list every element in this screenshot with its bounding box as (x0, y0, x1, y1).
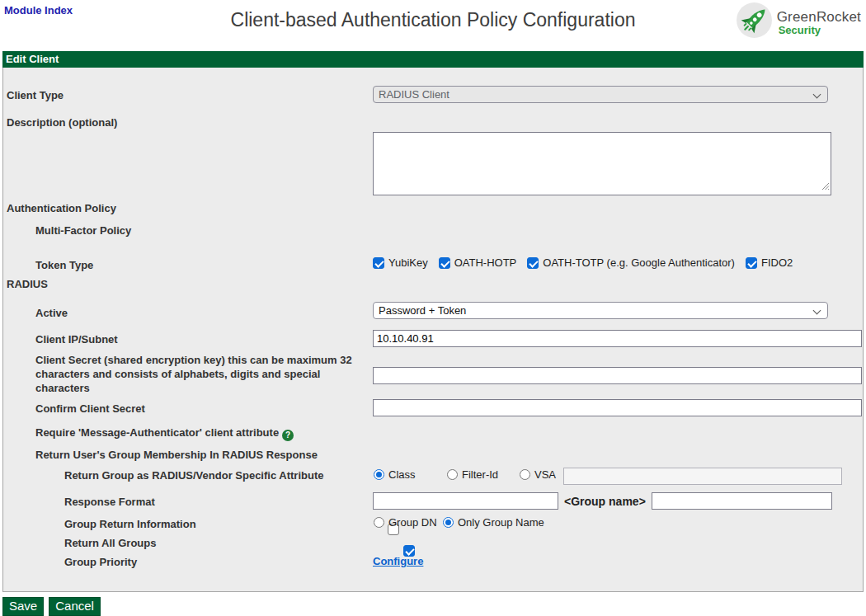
vsa-radio-label: VSA (534, 468, 556, 481)
filter-id-radio-label: Filter-Id (462, 468, 498, 481)
oath-totp-label: OATH-TOTP (e.g. Google Authenticator) (543, 256, 735, 269)
response-format-input-1[interactable] (373, 492, 558, 510)
token-type-options: YubiKey OATH-HOTP OATH-TOTP (e.g. Google… (373, 256, 793, 269)
active-label: Active (35, 306, 68, 320)
description-textarea[interactable] (373, 132, 831, 195)
client-secret-label: Client Secret (shared encryption key) th… (35, 353, 370, 395)
client-type-label: Client Type (7, 88, 64, 102)
greenrocket-logo: GreenRocket Security (735, 2, 861, 44)
only-group-name-radio[interactable] (443, 517, 454, 528)
confirm-secret-input[interactable] (373, 399, 862, 416)
token-option-oath-hotp[interactable]: OATH-HOTP (439, 256, 517, 269)
require-msg-auth-label: Require 'Message-Authenticator' client a… (35, 426, 294, 441)
yubikey-label: YubiKey (388, 256, 428, 269)
token-option-yubikey[interactable]: YubiKey (373, 256, 428, 269)
return-all-groups-label: Return All Groups (64, 536, 156, 550)
logo-name: GreenRocket (777, 9, 861, 26)
class-radio-label: Class (388, 468, 416, 481)
oath-hotp-label: OATH-HOTP (454, 256, 517, 269)
radio-option-filter-id[interactable]: Filter-Id (447, 468, 498, 481)
logo-sub: Security (779, 24, 861, 36)
save-button[interactable]: Save (2, 597, 44, 616)
multi-factor-value: Password + Token (379, 304, 466, 317)
chevron-down-icon (813, 307, 821, 315)
token-option-oath-totp[interactable]: OATH-TOTP (e.g. Google Authenticator) (527, 256, 735, 269)
rocket-logo-icon (735, 2, 774, 44)
vsa-input (563, 468, 842, 485)
radio-option-class[interactable]: Class (374, 468, 416, 481)
client-type-select: RADIUS Client (373, 86, 828, 103)
vsa-radio[interactable] (520, 469, 530, 480)
action-buttons: Save Cancel (2, 597, 101, 616)
group-dn-radio-label: Group DN (388, 516, 437, 529)
multi-factor-label: Multi-Factor Policy (35, 223, 131, 237)
only-group-name-radio-label: Only Group Name (458, 516, 544, 529)
panel-header: Edit Client (2, 51, 864, 68)
token-type-label: Token Type (35, 258, 93, 272)
configure-link[interactable]: Configure (373, 555, 423, 567)
group-return-info-label: Group Return Information (64, 517, 196, 531)
class-radio[interactable] (374, 469, 384, 480)
page: Module Index Client-based Authentication… (0, 0, 866, 616)
oath-hotp-checkbox[interactable] (439, 257, 450, 269)
auth-policy-heading: Authentication Policy (7, 201, 116, 215)
radio-option-vsa[interactable]: VSA (520, 468, 556, 481)
cancel-button[interactable]: Cancel (49, 597, 101, 616)
multi-factor-select[interactable]: Password + Token (373, 302, 828, 319)
response-format-input-2[interactable] (652, 492, 832, 510)
question-circle-icon[interactable]: ? (282, 430, 294, 441)
group-name-separator: <Group name> (564, 495, 646, 508)
group-priority-label: Group Priority (64, 555, 137, 569)
fido2-checkbox[interactable] (746, 257, 757, 269)
return-group-as-label: Return Group as RADIUS/Vendor Specific A… (64, 468, 323, 482)
token-option-fido2[interactable]: FIDO2 (746, 256, 793, 269)
description-label: Description (optional) (7, 115, 117, 129)
fido2-label: FIDO2 (761, 256, 793, 269)
radio-option-only-group-name[interactable]: Only Group Name (443, 516, 544, 529)
filter-id-radio[interactable] (447, 469, 458, 480)
oath-totp-checkbox[interactable] (527, 257, 539, 269)
client-type-value: RADIUS Client (379, 88, 449, 101)
yubikey-checkbox[interactable] (373, 257, 384, 269)
client-secret-input[interactable] (373, 367, 862, 384)
client-ip-label: Client IP/Subnet (35, 332, 118, 346)
radio-option-group-dn[interactable]: Group DN (374, 516, 437, 529)
group-dn-radio[interactable] (374, 517, 384, 528)
radius-heading: RADIUS (7, 277, 48, 291)
confirm-secret-label: Confirm Client Secret (35, 402, 145, 416)
response-format-label: Response Format (64, 495, 155, 509)
client-ip-input[interactable] (373, 330, 862, 347)
chevron-down-icon (813, 91, 821, 99)
return-group-membership-label: Return User's Group Membership In RADIUS… (35, 448, 318, 462)
